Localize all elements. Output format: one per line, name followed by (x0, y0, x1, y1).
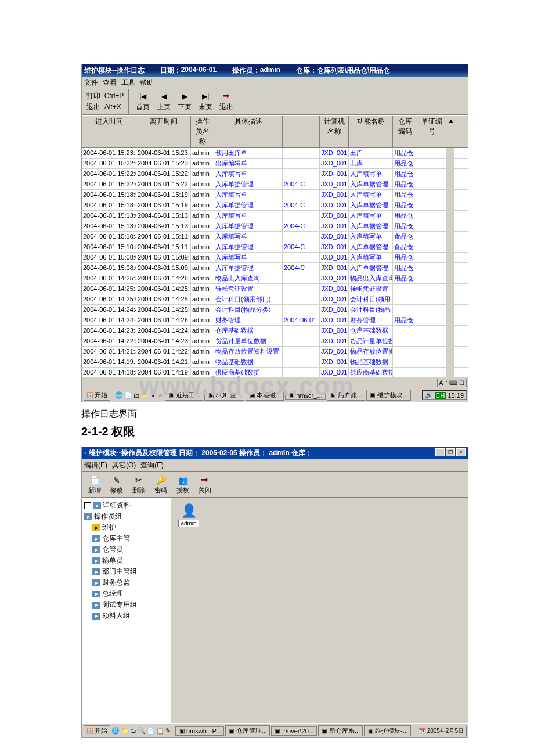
scrollbar[interactable] (446, 232, 454, 242)
toolbtn-新增[interactable]: 📄 新增 (85, 474, 104, 495)
scrollbar[interactable] (446, 200, 454, 210)
tree-node[interactable]: ▸领料人组 (84, 610, 168, 621)
quicklaunch-icon[interactable]: ⬆ (150, 391, 156, 399)
scrollbar[interactable] (446, 294, 454, 304)
nav-首页[interactable]: |◀ 首页 (136, 92, 150, 112)
table-row[interactable]: 2004-06-01 14:24:462004-06-01 14:25:00ad… (82, 305, 468, 315)
table-row[interactable]: 2004-06-01 14:19:142004-06-01 14:21:32ad… (82, 357, 468, 368)
col-header[interactable]: 进入时间 (82, 116, 136, 147)
shortcut-item[interactable]: 退出 Alt+X (86, 102, 124, 113)
quicklaunch-icon[interactable]: 🔍 (138, 727, 146, 735)
col-header[interactable]: 操作员名称 (191, 116, 214, 147)
task-item[interactable]: ▣维护模块... (366, 390, 411, 401)
col-header[interactable]: 单证编号 (417, 116, 446, 147)
tree-node[interactable]: ▸操作员组 (84, 511, 168, 522)
start-button[interactable]: 🪟开始 (84, 390, 110, 401)
scrollbar[interactable] (446, 315, 454, 325)
minimize-button[interactable]: _ (435, 448, 445, 456)
table-row[interactable]: 2004-06-01 15:18:502004-06-01 15:19:23ad… (82, 190, 468, 200)
scrollbar[interactable] (446, 284, 454, 294)
table-row[interactable]: 2004-06-01 14:22:582004-06-01 14:23:32ad… (82, 336, 468, 347)
checkbox-icon[interactable] (84, 502, 91, 509)
scrollbar[interactable] (446, 273, 454, 283)
start-button[interactable]: 🪟开始 (84, 725, 110, 736)
task-item[interactable]: ▣用户账... (327, 390, 365, 401)
task-item[interactable]: ▣新仓库系... (318, 725, 363, 736)
quicklaunch-icon[interactable]: 📄 (147, 727, 155, 735)
scrollbar[interactable] (446, 221, 454, 231)
nav-上页[interactable]: ◀ 上页 (157, 92, 171, 112)
toolbtn-密码[interactable]: 🔑 密码 (151, 474, 170, 495)
table-row[interactable]: 2004-06-01 15:13:082004-06-01 15:13:39ad… (82, 211, 468, 221)
menu-item[interactable]: 文件 (84, 78, 98, 87)
task-item[interactable]: ▣hmscr_... (285, 391, 325, 400)
table-row[interactable]: 2004-06-01 14:25:112004-06-01 14:25:15ad… (82, 284, 468, 294)
quicklaunch-icon[interactable]: 🗂 (134, 392, 140, 399)
table-row[interactable]: 2004-06-01 15:08:052004-06-01 15:09:49ad… (82, 253, 468, 263)
scrollbar[interactable] (446, 159, 454, 168)
scrollbar[interactable] (446, 211, 454, 221)
table-row[interactable]: 2004-06-01 14:18:572004-06-01 14:19:12ad… (82, 368, 468, 378)
admin-icon[interactable]: 👤 admin (177, 503, 200, 527)
quicklaunch-icon[interactable]: 🗂 (130, 728, 136, 735)
scrollbar[interactable] (446, 179, 454, 189)
toolbtn-删除[interactable]: ✂ 删除 (129, 474, 148, 495)
menu-item[interactable]: 工具 (121, 78, 135, 87)
scrollbar[interactable] (446, 148, 454, 158)
quicklaunch-icon[interactable]: ✎ (165, 727, 171, 735)
task-item[interactable]: ▣本地磁... (246, 390, 284, 401)
table-row[interactable]: 2004-06-01 15:22:002004-06-01 15:22:34ad… (82, 179, 468, 190)
table-row[interactable]: 2004-06-01 15:10:342004-06-01 15:11:07ad… (82, 242, 468, 253)
task-item[interactable]: ▣维护模块-... (364, 725, 411, 736)
task-item[interactable]: ▣近期工... (165, 390, 203, 401)
quicklaunch-icon[interactable]: 📋 (156, 727, 164, 735)
tree-node[interactable]: ▸测试专用组 (84, 599, 168, 610)
table-row[interactable]: 2004-06-01 15:23:112004-06-01 15:23:23ad… (82, 148, 468, 159)
scrollbar[interactable] (446, 305, 454, 315)
menu-item[interactable]: 帮助 (140, 78, 154, 87)
tree-node[interactable]: ▸总经理 (84, 588, 168, 599)
toolbtn-关闭[interactable]: ⮕ 关闭 (196, 474, 214, 495)
quicklaunch-icon[interactable]: 📁 (121, 727, 129, 735)
table-row[interactable]: 2004-06-01 14:24:452004-06-01 14:26:08ad… (82, 315, 468, 326)
table-row[interactable]: 2004-06-01 15:13:052004-06-01 15:13:40ad… (82, 221, 468, 232)
scrollbar[interactable] (446, 263, 454, 273)
tree-node[interactable]: ▸仓管员 (84, 544, 168, 555)
scrollbar[interactable] (446, 253, 454, 262)
col-header[interactable]: 离开时间 (136, 116, 191, 147)
quicklaunch-icon[interactable]: 📄 (124, 391, 132, 399)
tree-node[interactable]: ▸维护 (84, 522, 168, 533)
quicklaunch-icon[interactable]: 🌐 (111, 727, 120, 735)
table-row[interactable]: 2004-06-01 15:08:022004-06-01 15:09:58ad… (82, 263, 468, 273)
menu-item[interactable]: 编辑(E) (84, 461, 107, 469)
close-button[interactable]: ✕ (456, 448, 466, 456)
menu-item[interactable]: 查看 (103, 78, 117, 87)
task-item[interactable]: ▣仓库管理... (225, 725, 270, 736)
table-row[interactable]: 2004-06-01 14:25:382004-06-01 14:26:04ad… (82, 273, 468, 284)
table-row[interactable]: 2004-06-01 14:25:022004-06-01 14:25:09ad… (82, 294, 468, 305)
tree-node[interactable]: ▸财务总监 (84, 577, 168, 588)
tree-node[interactable]: ▸仓库主管 (84, 533, 168, 544)
menu-item[interactable]: 其它(O) (112, 461, 136, 469)
col-header[interactable]: 计算机名称 (320, 116, 349, 147)
menu-item[interactable]: 查询(F) (140, 461, 163, 469)
scroll-up[interactable] (446, 116, 454, 147)
scrollbar[interactable] (446, 336, 454, 346)
nav-下页[interactable]: ▶ 下页 (178, 92, 192, 112)
table-row[interactable]: 2004-06-01 14:23:342004-06-01 14:24:33ad… (82, 326, 468, 336)
table-row[interactable]: 2004-06-01 15:10:362004-06-01 15:11:05ad… (82, 232, 468, 242)
tree-node[interactable]: ▸部门主管组 (84, 566, 168, 577)
task-item[interactable]: ▣I:\over\20... (271, 726, 317, 736)
col-header[interactable]: 仓库编码 (393, 116, 417, 147)
table-row[interactable]: 2004-06-01 15:22:442004-06-01 15:23:09ad… (82, 159, 468, 169)
scrollbar[interactable] (446, 242, 454, 252)
table-row[interactable]: 2004-06-01 15:18:472004-06-01 15:19:24ad… (82, 200, 468, 211)
toolbtn-修改[interactable]: ✎ 修改 (107, 474, 126, 495)
quicklaunch-icon[interactable]: 📁 (141, 391, 149, 399)
task-item[interactable]: ▣SQL 查... (204, 390, 244, 401)
shortcut-item[interactable]: 打印 Ctrl+P (86, 91, 124, 102)
maximize-button[interactable]: ❐ (446, 448, 455, 456)
col-header[interactable]: 具体描述 (214, 116, 283, 147)
scrollbar[interactable] (446, 169, 454, 179)
tree-node[interactable]: ▸输单员 (84, 555, 168, 566)
